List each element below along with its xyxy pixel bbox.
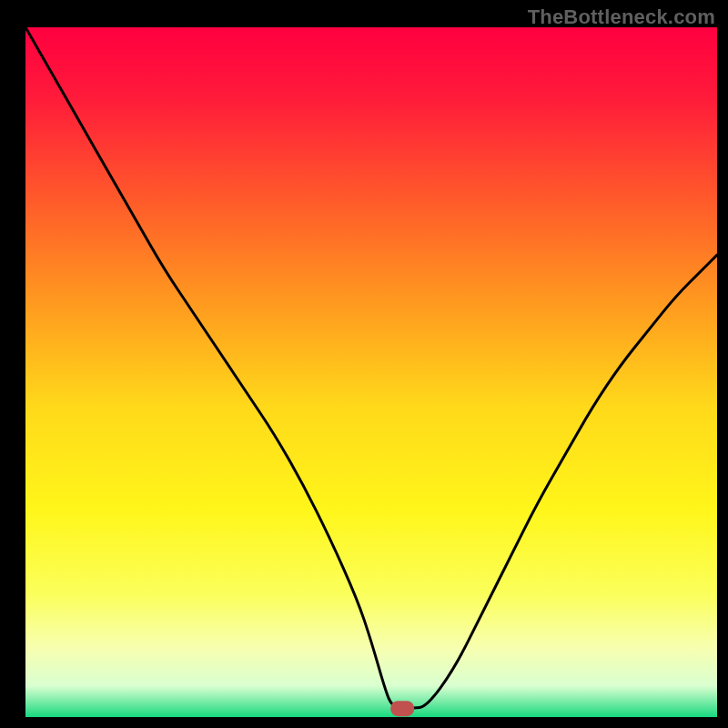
- chart-stage: TheBottleneck.com: [0, 0, 728, 728]
- optimal-marker: [390, 701, 414, 716]
- watermark-text: TheBottleneck.com: [528, 5, 715, 29]
- plot-background: [25, 27, 717, 717]
- bottleneck-chart: [0, 0, 728, 728]
